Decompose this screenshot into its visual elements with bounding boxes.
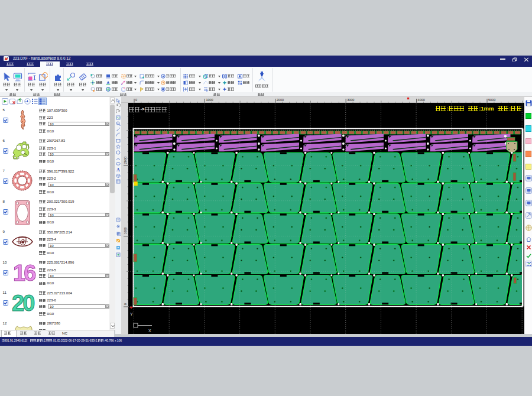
svg-text:0: 0 (135, 98, 137, 101)
svg-text:4000: 4000 (417, 98, 424, 101)
svg-text:3000: 3000 (347, 98, 354, 101)
svg-text:1000: 1000 (124, 227, 127, 234)
svg-text:A: A (116, 167, 120, 172)
svg-text:5000: 5000 (488, 98, 495, 101)
svg-text:1000: 1000 (206, 98, 213, 101)
svg-text:2000: 2000 (276, 98, 283, 101)
svg-text:2000: 2000 (124, 157, 127, 164)
svg-text:X: X (148, 329, 151, 333)
svg-text:Y: Y (130, 312, 133, 316)
svg-text:0: 0 (124, 303, 127, 305)
